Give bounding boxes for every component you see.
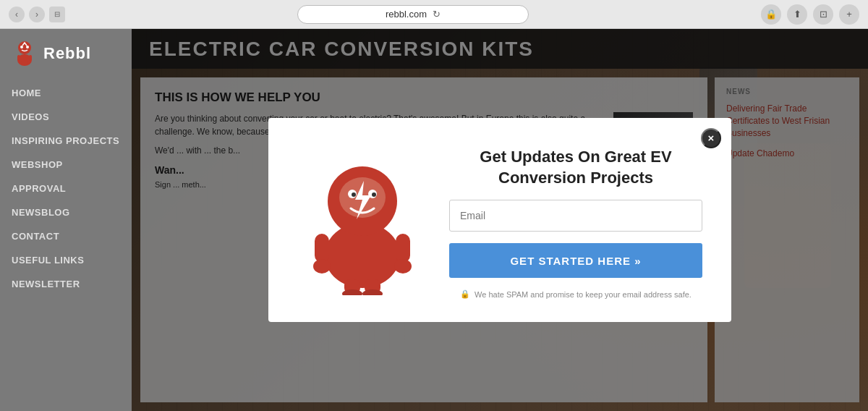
modal-close-button[interactable]: ×: [701, 128, 721, 148]
nav-menu: HOME VIDEOS INSPIRING PROJECTS WEBSHOP A…: [0, 81, 132, 296]
mascot-svg: [305, 151, 420, 295]
modal-mascot: [297, 151, 427, 295]
browser-controls: ‹ › ⊟: [9, 7, 65, 22]
spam-notice-text: We hate SPAM and promise to keep your em…: [475, 290, 692, 299]
share-button[interactable]: ⬆: [787, 4, 807, 25]
svg-point-19: [394, 259, 412, 274]
cta-button[interactable]: GET STARTED HERE »: [449, 243, 702, 278]
sidebar-item-contact[interactable]: CONTACT: [0, 224, 132, 248]
modal-title: Get Updates On Great EV Conversion Proje…: [449, 147, 702, 188]
svg-point-3: [26, 46, 29, 48]
modal-right-content: Get Updates On Great EV Conversion Proje…: [449, 147, 702, 299]
shield-icon: 🔒: [761, 4, 781, 25]
svg-rect-4: [17, 55, 20, 61]
email-input[interactable]: [449, 200, 702, 232]
sidebar-item-home[interactable]: HOME: [0, 81, 132, 105]
sidebar-item-inspiring-projects[interactable]: INSPIRING PROJECTS: [0, 129, 132, 153]
sidebar-item-newsblog[interactable]: NEWSBLOG: [0, 200, 132, 224]
browser-chrome: ‹ › ⊟ rebbl.com ↻ 🔒 ⬆ ⊡ +: [0, 0, 868, 29]
browser-actions: 🔒 ⬆ ⊡ +: [761, 4, 859, 25]
new-tab-button[interactable]: +: [839, 4, 859, 25]
svg-rect-17: [396, 234, 410, 263]
logo-text: Rebbl: [43, 44, 91, 63]
sidebar-item-useful-links[interactable]: USEFUL LINKS: [0, 248, 132, 272]
address-bar-container: rebbl.com ↻: [71, 5, 755, 24]
forward-button[interactable]: ›: [29, 7, 45, 22]
refresh-button[interactable]: ↻: [433, 9, 441, 20]
tab-switcher-button[interactable]: ⊡: [813, 4, 833, 25]
modal-dialog: ×: [268, 118, 731, 322]
sidebar-item-approval[interactable]: APPROVAL: [0, 177, 132, 200]
svg-point-2: [20, 46, 23, 48]
lock-icon: 🔒: [460, 289, 470, 299]
svg-point-15: [372, 192, 376, 197]
svg-rect-7: [27, 61, 30, 64]
back-button[interactable]: ‹: [9, 7, 25, 22]
svg-point-18: [313, 259, 331, 274]
svg-point-14: [352, 192, 356, 197]
sidebar-item-webshop[interactable]: WEBSHOP: [0, 153, 132, 177]
sidebar: Rebbl HOME VIDEOS INSPIRING PROJECTS WEB…: [0, 29, 132, 411]
modal-overlay: ×: [132, 29, 868, 411]
address-bar[interactable]: rebbl.com ↻: [297, 5, 529, 24]
url-text: rebbl.com: [386, 9, 427, 20]
logo-icon: [12, 41, 38, 67]
tab-grid-icon: ⊟: [49, 7, 65, 22]
svg-rect-6: [19, 61, 22, 64]
sidebar-item-videos[interactable]: VIDEOS: [0, 105, 132, 129]
main-content: ELECTRIC CAR CONVERSION KITS THIS IS HOW…: [132, 29, 868, 411]
svg-rect-16: [315, 234, 329, 263]
spam-notice: 🔒 We hate SPAM and promise to keep your …: [449, 289, 702, 299]
svg-rect-5: [29, 55, 32, 61]
logo-area: Rebbl: [0, 41, 132, 81]
page-container: Rebbl HOME VIDEOS INSPIRING PROJECTS WEB…: [0, 29, 868, 411]
sidebar-item-newsletter[interactable]: NEWSLETTER: [0, 272, 132, 296]
